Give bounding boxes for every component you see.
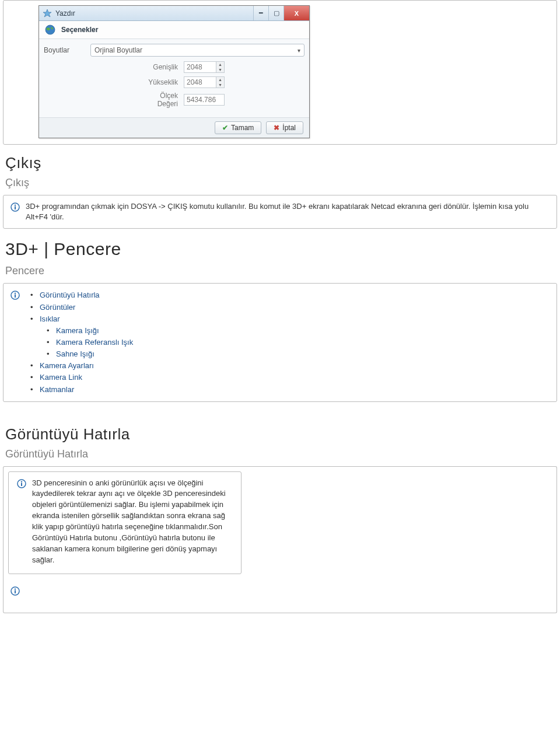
pencere-subheading: Pencere [5, 265, 557, 277]
svg-point-3 [15, 204, 16, 205]
info-icon [17, 479, 26, 488]
genislik-label: Genişlik [140, 63, 184, 71]
section-title: Seçenekler [61, 26, 98, 34]
spinner-icon[interactable]: ▲▼ [216, 76, 225, 88]
pencere-list: Görüntüyü Hatırla Görüntüler Isıklar Kam… [26, 289, 133, 395]
info-icon [10, 291, 20, 300]
check-icon: ✔ [222, 124, 228, 132]
boyutlar-select[interactable]: Orjinal Boyutlar ▾ [90, 44, 304, 57]
link-kamera-link[interactable]: Kamera Link [40, 373, 82, 382]
ok-button[interactable]: ✔ Tamam [215, 121, 261, 134]
chevron-down-icon: ▾ [298, 47, 300, 54]
cikis-subheading: Çıkış [5, 177, 557, 189]
list-item: Görüntüyü Hatırla [37, 289, 133, 301]
hatirla-heading: Görüntüyü Hatırla [5, 425, 557, 443]
globe-icon [45, 25, 55, 35]
link-kamera-isigi[interactable]: Kamera Işığı [56, 326, 99, 335]
ok-label: Tamam [231, 124, 254, 132]
svg-rect-13 [15, 590, 16, 594]
link-isiklar[interactable]: Isıklar [40, 314, 60, 323]
spinner-icon[interactable]: ▲▼ [216, 61, 225, 73]
info-icon [10, 586, 20, 596]
yukseklik-label: Yükseklik [140, 78, 184, 86]
svg-marker-0 [43, 9, 51, 17]
yukseklik-input[interactable]: 2048 ▲▼ [184, 76, 225, 88]
footer-info-box [3, 578, 557, 613]
link-goruntuler[interactable]: Görüntüler [40, 303, 75, 312]
svg-rect-7 [15, 295, 16, 298]
list-item: Görüntüler [37, 302, 133, 313]
dialog-titlebar: Yazdır ━ ▢ X [39, 6, 309, 21]
yukseklik-value: 2048 [184, 76, 216, 88]
svg-point-6 [15, 293, 16, 294]
list-item: Kamera Işığı [54, 325, 133, 337]
cross-icon: ✖ [274, 124, 279, 132]
olcek-label: Ölçek Değeri [140, 92, 184, 108]
list-item: Isıklar Kamera Işığı Kamera Referanslı I… [37, 313, 133, 361]
cikis-text: 3D+ programından çıkmak için DOSYA -> ÇI… [26, 201, 550, 222]
minimize-button[interactable]: ━ [253, 6, 268, 20]
list-item: Kamera Referanslı Işık [54, 337, 133, 348]
cikis-info-box: 3D+ programından çıkmak için DOSYA -> ÇI… [3, 195, 557, 229]
link-katmanlar[interactable]: Katmanlar [40, 385, 74, 394]
genislik-input[interactable]: 2048 ▲▼ [184, 61, 225, 73]
boyutlar-label: Boyutlar [44, 46, 90, 54]
svg-point-9 [21, 481, 22, 482]
list-item: Kamera Link [37, 372, 133, 383]
genislik-value: 2048 [184, 61, 216, 73]
dialog-title: Yazdır [55, 9, 75, 18]
list-item: Kamera Ayarları [37, 360, 133, 372]
hatirla-text: 3D penceresinin o anki görünürlük açısı … [32, 478, 233, 566]
list-item: Katmanlar [37, 384, 133, 396]
link-kamera-ayarlari[interactable]: Kamera Ayarları [40, 361, 94, 370]
info-icon [10, 202, 20, 212]
hatirla-info-box: 3D penceresinin o anki görünürlük açısı … [8, 471, 242, 575]
svg-point-12 [15, 589, 16, 590]
hatirla-subheading: Görüntüyü Hatırla [5, 448, 557, 460]
list-item: Sahne Işığı [54, 348, 133, 360]
pencere-heading: 3D+ | Pencere [5, 239, 557, 259]
boyutlar-value: Orjinal Boyutlar [94, 46, 142, 54]
link-kamera-referansli-isik[interactable]: Kamera Referanslı Işık [56, 338, 133, 347]
maximize-button[interactable]: ▢ [268, 6, 284, 20]
cikis-heading: Çıkış [5, 154, 557, 172]
svg-rect-4 [15, 207, 16, 210]
cancel-label: İptal [282, 124, 296, 132]
pencere-list-box: Görüntüyü Hatırla Görüntüler Isıklar Kam… [3, 283, 557, 401]
svg-rect-10 [21, 483, 22, 486]
close-button[interactable]: X [284, 6, 309, 20]
link-sahne-isigi[interactable]: Sahne Işığı [56, 349, 94, 358]
olcek-input[interactable]: 5434.786 [184, 94, 225, 106]
cancel-button[interactable]: ✖ İptal [266, 121, 303, 134]
print-dialog: Yazdır ━ ▢ X Seçenek [38, 5, 310, 138]
link-goruntuyu-hatirla[interactable]: Görüntüyü Hatırla [40, 291, 100, 299]
app-icon [43, 9, 52, 18]
